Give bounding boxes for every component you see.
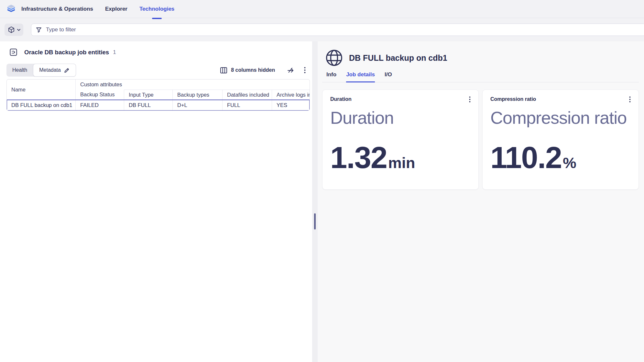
details-tabs: Info Job details I/O	[322, 71, 639, 82]
compression-metric-label: Compression ratio	[490, 107, 631, 129]
cell-backup-status: FAILED	[76, 100, 124, 111]
kebab-menu-icon	[304, 67, 306, 73]
table-controls-row: Health Metadata	[6, 64, 306, 77]
table-menu-button[interactable]	[304, 67, 306, 73]
duration-card-header: Duration	[330, 96, 352, 102]
pencil-icon	[64, 67, 70, 73]
cell-name: DB FULL backup on cdb1	[7, 100, 76, 111]
column-header-input-type[interactable]: Input Type	[124, 90, 173, 100]
nav-item-infrastructure-operations[interactable]: Infrastructure & Operations	[21, 0, 93, 18]
cell-datafiles-included: FULL	[223, 100, 272, 111]
duration-card-top: Duration	[330, 96, 471, 102]
kebab-menu-icon	[629, 96, 631, 102]
filter-bar	[0, 18, 644, 41]
entities-count-badge: 1	[113, 49, 116, 56]
compression-metric-value: 110.2	[490, 143, 562, 173]
arrow-strike-icon	[287, 66, 294, 74]
filter-input-container	[31, 24, 644, 36]
compression-metric-unit: %	[563, 154, 576, 172]
column-header-datafiles-included[interactable]: Datafiles included	[223, 90, 272, 100]
top-navigation: Infrastructure & Operations Explorer Tec…	[0, 0, 644, 18]
column-header-archive-logs-included[interactable]: Archive logs included	[272, 90, 310, 100]
cell-input-type: DB FULL	[124, 100, 173, 111]
entities-panel-header: Oracle DB backup job entities 1	[10, 48, 312, 56]
table-columns-icon	[220, 67, 227, 74]
duration-metric-unit: min	[388, 154, 415, 172]
duration-metric-label: Duration	[330, 107, 471, 129]
view-toggle-metadata-label: Metadata	[39, 67, 61, 73]
column-header-backup-status[interactable]: Backup Status	[76, 90, 124, 100]
compression-metric-value-row: 110.2 %	[490, 143, 631, 173]
panel-resize-handle[interactable]	[314, 213, 316, 229]
table-row[interactable]: DB FULL backup on cdb1 FAILED DB FULL D+…	[7, 100, 310, 111]
scope-selector-button[interactable]	[5, 24, 23, 36]
duration-card-menu-button[interactable]	[469, 96, 471, 102]
layered-cube-icon	[7, 5, 15, 13]
entities-panel: Oracle DB backup job entities 1 Health M…	[0, 41, 312, 362]
column-header-name[interactable]: Name	[7, 80, 76, 100]
view-toggle: Health Metadata	[6, 64, 76, 77]
duration-metric-value: 1.32	[330, 143, 387, 173]
column-group-custom-attributes: Custom attributes	[76, 80, 310, 90]
panel-divider	[312, 41, 318, 362]
nav-item-explorer[interactable]: Explorer	[105, 0, 127, 18]
export-button[interactable]	[287, 66, 294, 74]
chevron-down-icon	[17, 29, 20, 31]
nav-item-technologies[interactable]: Technologies	[139, 0, 174, 18]
tab-info[interactable]: Info	[326, 71, 336, 82]
table-group-header-row: Name Custom attributes	[7, 80, 310, 90]
funnel-icon	[36, 27, 42, 33]
compression-card-header: Compression ratio	[490, 96, 536, 102]
columns-hidden-button[interactable]: 8 columns hidden	[218, 67, 277, 74]
entities-table: Name Custom attributes Backup Status Inp…	[6, 79, 310, 111]
kebab-menu-icon	[469, 96, 471, 102]
tab-job-details[interactable]: Job details	[346, 71, 375, 82]
duration-metric-value-row: 1.32 min	[330, 143, 471, 173]
cell-backup-types: D+L	[173, 100, 223, 111]
column-header-backup-types[interactable]: Backup types	[173, 90, 223, 100]
globe-icon	[325, 49, 343, 67]
compression-ratio-card: Compression ratio Compression ratio	[482, 90, 639, 190]
columns-hidden-label: 8 columns hidden	[231, 67, 275, 73]
cell-archive-logs-included: YES	[272, 100, 310, 111]
content-area: Oracle DB backup job entities 1 Health M…	[0, 41, 644, 362]
table-actions: 8 columns hidden	[218, 66, 306, 74]
filter-input[interactable]	[45, 26, 644, 33]
entity-header: DB FULL backup on cdb1	[325, 49, 639, 67]
compression-card-menu-button[interactable]	[629, 96, 631, 102]
compression-card-top: Compression ratio	[490, 96, 631, 102]
entity-title: DB FULL backup on cdb1	[349, 53, 447, 63]
duration-card: Duration Duration 1.32 mi	[322, 90, 479, 190]
tab-io[interactable]: I/O	[385, 71, 392, 82]
entities-panel-title: Oracle DB backup job entities	[24, 49, 109, 56]
entity-list-icon	[10, 48, 17, 56]
view-toggle-health[interactable]: Health	[6, 64, 33, 77]
details-panel: DB FULL backup on cdb1 Info Job details …	[318, 41, 644, 362]
view-toggle-metadata[interactable]: Metadata	[33, 64, 76, 77]
box-3d-icon	[8, 26, 15, 33]
metric-cards: Duration Duration 1.32 mi	[322, 90, 639, 190]
